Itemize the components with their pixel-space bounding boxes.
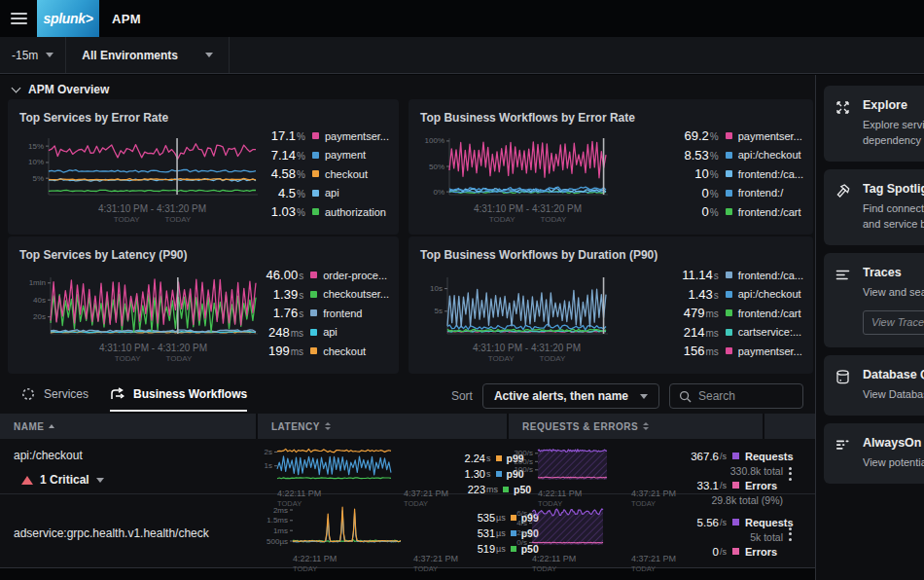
legend-workflow-link[interactable]: api:/checkout — [738, 149, 801, 161]
trace-id-input[interactable] — [863, 310, 924, 335]
traces-icon — [835, 267, 851, 283]
svg-text:20s: 20s — [33, 312, 46, 321]
card-explore[interactable]: Explore Explore service dependency maps — [824, 86, 924, 162]
requests-sparkline: 100/s200/s300/s — [509, 444, 610, 483]
alert-count-label: 1 Critical — [40, 473, 89, 487]
legend-row: 4.58%checkout — [251, 164, 389, 184]
workflows-icon — [110, 387, 124, 401]
row-actions-cell — [764, 494, 815, 574]
legend-service-link[interactable]: frontend — [323, 308, 362, 319]
table-controls: Sort Active alerts, then name — [451, 383, 803, 409]
legend-service-link[interactable]: checkout — [325, 168, 368, 180]
critical-triangle-icon — [21, 476, 33, 485]
legend-workflow-link[interactable]: api:/checkout — [738, 288, 801, 300]
card-alwayson-profiling[interactable]: AlwaysOn Profiling View potential perfor… — [824, 423, 924, 484]
legend-row: 17.1%paymentser... — [251, 127, 389, 146]
top-bar: splunk> APM — [0, 0, 924, 37]
legend-swatch — [732, 482, 739, 489]
x-axis-label: 4:31:10 PM - 4:31:20 PM — [447, 343, 606, 353]
alert-expander[interactable]: 1 Critical — [21, 473, 258, 487]
time-range-picker[interactable]: -15m — [0, 37, 66, 73]
x-axis-label: 4:31:10 PM - 4:31:20 PM — [51, 343, 256, 353]
x-axis-label: 4:31:10 PM - 4:31:20 PM — [449, 203, 606, 214]
name-cell: adservice:grpc.health.v1.health/check — [0, 494, 258, 574]
panel-title: Top Services by Error Rate — [19, 111, 168, 125]
filter-toolbar: -15m All Environments — [0, 37, 924, 74]
card-tag-spotlight[interactable]: Tag Spotlight Find connections between t… — [824, 169, 924, 245]
card-title: Traces — [863, 266, 924, 279]
legend-workflow-link[interactable]: cartservice:... — [738, 326, 801, 338]
legend-swatch — [732, 519, 739, 526]
panel-title: Top Business Workflows by Duration (P90) — [420, 248, 657, 262]
column-header-requests-errors[interactable]: REQUESTS & ERRORS — [509, 414, 764, 439]
column-header-name[interactable]: NAME — [0, 414, 258, 439]
legend-workflow-link[interactable]: paymentser... — [738, 130, 802, 142]
sort-dropdown[interactable]: Active alerts, then name — [482, 383, 659, 409]
card-database-query-performance[interactable]: Database Query Performance View Database… — [824, 355, 924, 416]
legend-service-link[interactable]: paymentser... — [325, 130, 389, 142]
legend-service-link[interactable]: authorization — [325, 206, 386, 218]
splunk-logo[interactable]: splunk> — [37, 0, 99, 37]
error-rate-chart: 5%10%15% — [16, 135, 259, 198]
environment-picker[interactable]: All Environments — [66, 37, 230, 73]
legend-swatch — [726, 347, 732, 354]
workflow-name-link[interactable]: api:/checkout — [14, 449, 258, 462]
collapse-chevron-icon[interactable] — [12, 84, 21, 93]
svg-text:10s: 10s — [430, 284, 443, 293]
card-description: Explore service dependency maps — [863, 118, 924, 149]
card-traces[interactable]: Traces View and search traces — [824, 253, 924, 347]
x-axis-label: 4:31:10 PM - 4:31:20 PM — [49, 203, 256, 214]
svg-text:1ms: 1ms — [273, 526, 288, 535]
apm-overview-header[interactable]: APM Overview — [13, 83, 109, 96]
app-title: APM — [112, 12, 141, 26]
legend-workflow-link[interactable]: frontend:/cart — [738, 206, 801, 218]
legend-row: 1.76sfrontend — [249, 304, 389, 323]
workflow-table: api:/checkout 1 Critical 1s2s 4:22:11 PM… — [0, 439, 815, 568]
legend-row: 11.14sfrontend:/ca... — [664, 266, 803, 285]
svg-text:1min: 1min — [29, 278, 46, 287]
chart-legend: 46.00sorder-proce... 1.39scheckoutser...… — [249, 266, 389, 361]
legend-service-link[interactable]: checkout — [323, 345, 366, 357]
legend-row: 0%frontend:/cart — [664, 202, 803, 222]
legend-swatch — [726, 152, 732, 159]
legend-swatch — [726, 291, 732, 298]
legend-row: 1.43sapi:/checkout — [664, 285, 803, 305]
search-input[interactable] — [698, 389, 786, 403]
card-title: AlwaysOn Profiling — [863, 436, 924, 450]
svg-text:100%: 100% — [425, 136, 444, 145]
svg-text:1s: 1s — [265, 461, 272, 470]
kebab-menu-icon[interactable] — [789, 467, 792, 481]
legend-workflow-link[interactable]: frontend:/ca... — [738, 168, 803, 180]
legend-swatch — [732, 548, 739, 555]
sort-asc-icon — [49, 424, 54, 428]
legend-swatch — [732, 453, 739, 459]
legend-swatch — [310, 309, 317, 316]
legend-service-link[interactable]: order-proce... — [323, 270, 387, 281]
column-header-latency[interactable]: LATENCY — [258, 414, 509, 439]
apm-dashboard: splunk> APM -15m All Environments APM Ov… — [0, 0, 924, 580]
legend-row: 248msapi — [249, 323, 389, 343]
kebab-menu-icon[interactable] — [789, 527, 792, 541]
tab-business-workflows[interactable]: Business Workflows — [110, 387, 247, 412]
time-range-value: -15m — [12, 49, 38, 62]
latency-sparkline-block: 500µs1ms1.5ms2ms 4:22:11 PMTODAY 4:37:21… — [258, 503, 458, 574]
legend-workflow-link[interactable]: frontend:/cart — [738, 308, 801, 319]
legend-service-link[interactable]: payment — [325, 149, 366, 161]
tab-services[interactable]: Services — [21, 387, 89, 412]
legend-workflow-link[interactable]: frontend:/ca... — [738, 270, 803, 281]
workflow-name-link[interactable]: adservice:grpc.health.v1.health/check — [14, 526, 258, 540]
legend-workflow-link[interactable]: paymentser... — [738, 345, 802, 357]
legend-service-link[interactable]: api — [325, 187, 339, 199]
panel-top-services-error-rate: Top Services by Error Rate 5%10%15% 4:31… — [8, 99, 399, 235]
svg-text:1.5ms: 1.5ms — [267, 516, 288, 525]
hamburger-menu-icon[interactable] — [0, 0, 37, 37]
legend-workflow-link[interactable]: frontend:/ — [738, 187, 783, 199]
svg-text:500µs: 500µs — [267, 537, 288, 546]
card-description: View and search traces — [863, 285, 924, 301]
search-box[interactable] — [669, 383, 803, 409]
legend-service-link[interactable]: checkoutser... — [323, 288, 389, 300]
legend-service-link[interactable]: api — [323, 326, 338, 338]
chart-block: 5s10s 4:31:10 PM - 4:31:20 PM TODAY TODA… — [422, 274, 609, 363]
legend-swatch — [496, 471, 502, 477]
tag-spotlight-icon — [835, 183, 851, 199]
